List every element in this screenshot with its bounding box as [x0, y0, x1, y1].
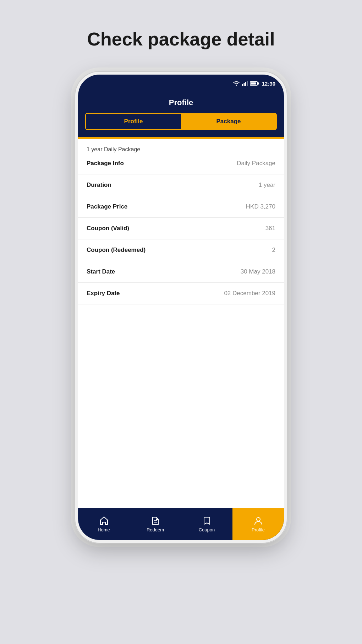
row-label-coupon-redeemed: Coupon (Redeemed): [87, 247, 146, 254]
nav-item-redeem[interactable]: Redeem: [130, 508, 181, 540]
wifi-icon: [233, 81, 240, 86]
package-name: 1 year Daily Package: [78, 139, 284, 153]
status-time: 12:30: [262, 81, 275, 87]
row-value-duration: 1 year: [259, 182, 275, 189]
nav-item-profile[interactable]: Profile: [232, 508, 284, 540]
redeem-icon: [150, 516, 160, 526]
app-header: Profile Profile Package: [78, 92, 284, 137]
row-label-coupon-valid: Coupon (Valid): [87, 225, 129, 232]
svg-rect-2: [243, 83, 245, 86]
page-title: Check package detail: [87, 28, 275, 50]
status-icons: 12:30: [233, 81, 275, 87]
table-row: Duration 1 year: [78, 174, 284, 196]
row-label-price: Package Price: [87, 203, 127, 210]
svg-point-7: [257, 518, 260, 521]
row-value-start-date: 30 May 2018: [241, 268, 275, 275]
nav-label-profile: Profile: [252, 527, 265, 532]
nav-item-home[interactable]: Home: [78, 508, 130, 540]
row-label-expiry-date: Expiry Date: [87, 290, 120, 297]
app-header-title: Profile: [85, 98, 277, 107]
status-bar: 12:30: [78, 75, 284, 92]
row-value-expiry-date: 02 December 2019: [224, 290, 275, 297]
row-label-start-date: Start Date: [87, 268, 115, 275]
nav-item-coupon[interactable]: Coupon: [181, 508, 232, 540]
profile-icon: [253, 516, 263, 526]
tab-package[interactable]: Package: [181, 114, 276, 129]
svg-rect-3: [245, 82, 246, 86]
table-row: Package Price HKD 3,270: [78, 196, 284, 218]
phone-screen: 12:30 Profile Profile Package 1 year Dai…: [78, 75, 284, 540]
table-row: Coupon (Redeemed) 2: [78, 239, 284, 261]
home-icon: [99, 516, 109, 526]
battery-icon: [250, 81, 258, 86]
bottom-nav: Home Redeem Coupon: [78, 508, 284, 540]
row-label-duration: Duration: [87, 182, 111, 189]
table-row: Expiry Date 02 December 2019: [78, 283, 284, 304]
svg-point-0: [236, 85, 237, 86]
row-value-price: HKD 3,270: [246, 203, 275, 210]
coupon-icon: [202, 516, 212, 526]
row-value-package-info: Daily Package: [237, 160, 275, 167]
table-row: Start Date 30 May 2018: [78, 261, 284, 283]
content-area: 1 year Daily Package Package Info Daily …: [78, 139, 284, 508]
tab-switcher: Profile Package: [85, 113, 277, 130]
nav-label-coupon: Coupon: [199, 527, 215, 532]
row-value-coupon-valid: 361: [265, 225, 275, 232]
phone-mockup: 12:30 Profile Profile Package 1 year Dai…: [75, 71, 287, 543]
svg-rect-4: [247, 81, 248, 86]
table-row: Package Info Daily Package: [78, 153, 284, 174]
tab-profile[interactable]: Profile: [86, 114, 181, 129]
svg-rect-1: [242, 84, 243, 86]
signal-icon: [242, 81, 248, 86]
table-row: Coupon (Valid) 361: [78, 218, 284, 239]
row-label-package-info: Package Info: [87, 160, 124, 167]
nav-label-redeem: Redeem: [147, 527, 164, 532]
nav-label-home: Home: [98, 527, 110, 532]
row-value-coupon-redeemed: 2: [272, 247, 275, 254]
